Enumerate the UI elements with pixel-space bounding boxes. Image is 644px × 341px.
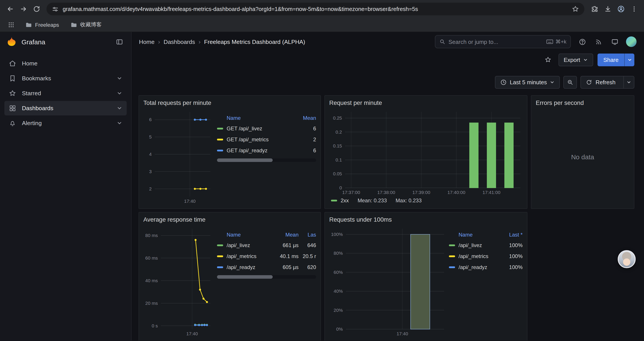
panel-title[interactable]: Average response time	[143, 215, 316, 226]
legend-header-col[interactable]: Mean	[273, 232, 298, 238]
chevron-down-icon	[583, 57, 588, 62]
legend-row[interactable]: /api/_readyz605 µs620	[217, 261, 316, 272]
legend-stat: Max: 0.233	[396, 197, 422, 204]
site-settings-icon[interactable]	[52, 6, 59, 13]
favorite-dashboard-button[interactable]	[542, 54, 554, 66]
help-button[interactable]	[576, 36, 588, 48]
svg-text:0.25: 0.25	[333, 115, 342, 121]
sidebar-item-starred[interactable]: Starred	[4, 86, 127, 101]
legend-row[interactable]: /api/_livez100%	[449, 240, 522, 251]
grafana-logo-icon[interactable]	[6, 37, 17, 47]
chevron-down-icon[interactable]	[116, 105, 122, 111]
monitor-icon	[611, 38, 618, 46]
sidebar-item-label: Alerting	[22, 120, 42, 126]
zoom-out-button[interactable]	[564, 76, 577, 89]
sidebar-item-home[interactable]: Home	[4, 56, 127, 71]
breadcrumb-item[interactable]: Dashboards	[164, 38, 195, 45]
sidebar-nav: HomeBookmarksStarredDashboardsAlerting	[0, 52, 131, 135]
svg-text:17:40:00: 17:40:00	[448, 190, 465, 195]
back-button[interactable]	[4, 3, 17, 16]
downloads-button[interactable]	[601, 3, 614, 16]
series-color-icon	[217, 255, 223, 257]
series-color-icon	[217, 244, 223, 246]
address-bar[interactable]: grafana.mathmast.com/d/deytv4rwavabkb/fr…	[46, 3, 584, 15]
legend-value: 6	[292, 125, 316, 131]
refresh-button[interactable]: Refresh	[581, 76, 620, 88]
legend-header-col[interactable]: Mean	[292, 115, 316, 121]
legend-item[interactable]: 2xxMean: 0.233Max: 0.233	[331, 197, 422, 204]
legend-scrollbar-thumb[interactable]	[217, 158, 272, 162]
news-button[interactable]	[592, 36, 604, 48]
legend-header-col[interactable]: Last *	[498, 232, 522, 238]
panel-average-response-time: Average response time 80 ms60 ms40 ms20 …	[138, 212, 321, 340]
reload-button[interactable]	[30, 3, 43, 16]
share-menu-button[interactable]	[624, 53, 634, 66]
legend-header-row: NameMean	[217, 113, 316, 123]
panel-title[interactable]: Request per minute	[329, 98, 522, 109]
svg-text:0%: 0%	[336, 326, 343, 331]
legend-row[interactable]: /api/_metrics40.1 ms20.5 r	[217, 251, 316, 261]
forward-icon	[20, 5, 27, 13]
grafana-header: Home›Dashboards›Freeleaps Metrics Dashbo…	[132, 32, 644, 51]
legend-row[interactable]: GET /api/_livez6	[217, 123, 316, 134]
sidebar-item-alerting[interactable]: Alerting	[4, 116, 127, 130]
svg-text:17:38:00: 17:38:00	[377, 190, 395, 195]
legend-header-col[interactable]: Las	[298, 232, 316, 238]
browser-menu-button[interactable]	[627, 3, 640, 16]
legend-row[interactable]: /api/_metrics100%	[449, 251, 522, 261]
no-data-message: No data	[536, 109, 630, 205]
requests-under-100ms-chart[interactable]: 100%80%60%40%20%0%17:40	[329, 226, 446, 337]
chevron-down-icon[interactable]	[116, 120, 122, 126]
search-input[interactable]: Search or jump to... ⌘+k	[435, 35, 571, 48]
url-text[interactable]: grafana.mathmast.com/d/deytv4rwavabkb/fr…	[63, 6, 568, 12]
chevron-down-icon[interactable]	[116, 90, 122, 96]
chevron-down-icon	[550, 80, 555, 85]
chevron-down-icon[interactable]	[116, 76, 122, 81]
share-split-button: Share	[598, 53, 634, 66]
breadcrumb-item[interactable]: Home	[139, 38, 154, 45]
average-response-time-legend: NameMeanLas/api/_livez661 µs646/api/_met…	[217, 226, 316, 340]
legend-header-name[interactable]: Name	[217, 115, 292, 121]
panel-title[interactable]: Errors per second	[536, 98, 630, 109]
average-response-time-chart[interactable]: 80 ms60 ms40 ms20 ms0 s17:40	[143, 226, 212, 337]
sidebar-item-dashboards[interactable]: Dashboards	[4, 101, 127, 115]
legend-value: 100%	[498, 242, 522, 248]
forward-button[interactable]	[17, 3, 30, 16]
bookmark-item[interactable]: Freeleaps	[22, 21, 62, 29]
legend-scrollbar[interactable]	[217, 158, 316, 162]
extensions-button[interactable]	[588, 3, 601, 16]
svg-text:4: 4	[149, 152, 152, 157]
bookmark-star-icon[interactable]	[572, 5, 579, 13]
panel-title[interactable]: Total requests per minute	[143, 98, 316, 109]
refresh-interval-button[interactable]	[624, 76, 634, 88]
apps-grid-icon	[8, 22, 14, 28]
panel-title[interactable]: Requests under 100ms	[329, 215, 522, 226]
legend-series-name: /api/_readyz	[217, 264, 273, 270]
sidebar-item-bookmarks[interactable]: Bookmarks	[4, 71, 127, 86]
legend-row[interactable]: GET /api/_readyz6	[217, 145, 316, 156]
time-range-picker[interactable]: Last 5 minutes	[495, 76, 560, 89]
legend-scrollbar-thumb[interactable]	[217, 275, 272, 279]
legend-value: 40.1 ms	[273, 253, 298, 259]
browser-toolbar: grafana.mathmast.com/d/deytv4rwavabkb/fr…	[0, 0, 644, 18]
legend-row[interactable]: /api/_livez661 µs646	[217, 240, 316, 251]
export-button[interactable]: Export	[558, 53, 593, 66]
legend-row[interactable]: GET /api/_metrics2	[217, 134, 316, 145]
svg-text:100%: 100%	[331, 232, 343, 237]
total-requests-chart[interactable]: 6543217:40	[143, 109, 212, 205]
apps-shortcut-button[interactable]	[5, 19, 17, 31]
breadcrumb-separator-icon: ›	[158, 38, 160, 45]
share-button[interactable]: Share	[598, 53, 624, 66]
profile-button[interactable]	[614, 3, 627, 16]
request-per-minute-chart[interactable]: 0.250.20.150.10.05017:37:0017:38:0017:39…	[329, 109, 522, 196]
legend-scrollbar[interactable]	[217, 275, 316, 279]
legend-row[interactable]: /api/_readyz100%	[449, 261, 522, 272]
sidebar-collapse-button[interactable]	[114, 36, 125, 48]
display-button[interactable]	[608, 36, 621, 48]
legend-header-name[interactable]: Name	[217, 232, 273, 238]
user-avatar[interactable]	[626, 37, 636, 47]
legend-header-row: NameMeanLas	[217, 230, 316, 240]
legend-header-name[interactable]: Name	[449, 232, 498, 238]
bookmark-item[interactable]: 收藏博客	[67, 20, 105, 30]
assistant-avatar-floating[interactable]	[618, 250, 636, 268]
